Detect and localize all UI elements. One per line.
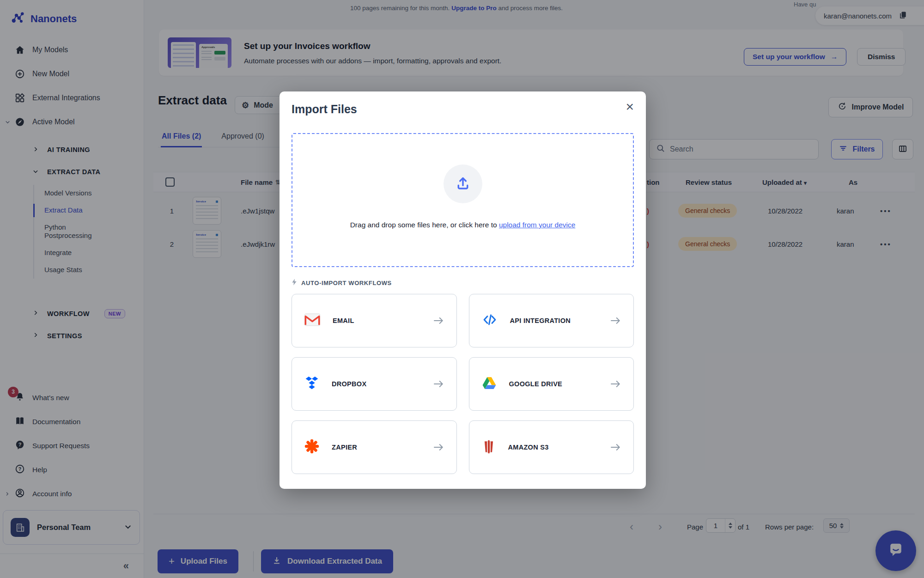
- dropzone-instruction: Drag and drop some files here, or click …: [350, 221, 497, 229]
- import-files-modal: Import Files × Drag and drop some files …: [280, 91, 646, 489]
- workflow-name: ZAPIER: [332, 444, 357, 451]
- arrow-right-icon: [609, 441, 621, 453]
- zapier-icon: [304, 438, 320, 456]
- code-brackets-icon: [481, 313, 498, 329]
- workflow-name: AMAZON S3: [508, 444, 549, 451]
- upload-from-device-link[interactable]: upload from your device: [499, 221, 575, 229]
- workflow-card-dropbox[interactable]: DROPBOX: [292, 357, 457, 411]
- close-icon[interactable]: ×: [626, 100, 634, 114]
- workflow-card-zapier[interactable]: ZAPIER: [292, 420, 457, 474]
- upload-circle: [444, 164, 482, 203]
- workflow-name: GOOGLE DRIVE: [509, 380, 563, 388]
- auto-import-text: AUTO-IMPORT WORKFLOWS: [301, 280, 392, 286]
- app-root: Nanonets My Models New Model External In…: [0, 0, 924, 578]
- workflow-grid: EMAIL API INTEGRATION DROPBOX GOOGLE DRI…: [292, 294, 634, 474]
- arrow-right-icon: [609, 378, 621, 390]
- workflow-name: API INTEGRATION: [510, 317, 571, 324]
- gmail-icon: [304, 313, 321, 328]
- workflow-name: EMAIL: [333, 317, 354, 324]
- workflow-card-google-drive[interactable]: GOOGLE DRIVE: [469, 357, 634, 411]
- amazon-s3-icon: [481, 438, 496, 456]
- upload-icon: [455, 175, 471, 193]
- dropbox-icon: [304, 375, 320, 393]
- arrow-right-icon: [432, 378, 444, 390]
- workflow-card-email[interactable]: EMAIL: [292, 294, 457, 347]
- workflow-name: DROPBOX: [332, 380, 366, 388]
- modal-title: Import Files: [292, 103, 357, 116]
- workflow-card-api-integration[interactable]: API INTEGRATION: [469, 294, 634, 347]
- arrow-right-icon: [432, 441, 444, 453]
- workflow-card-amazon-s3[interactable]: AMAZON S3: [469, 420, 634, 474]
- arrow-right-icon: [609, 315, 621, 327]
- lightning-icon: [292, 279, 297, 287]
- arrow-right-icon: [432, 315, 444, 327]
- auto-import-section-label: AUTO-IMPORT WORKFLOWS: [292, 279, 392, 287]
- dropzone-text: Drag and drop some files here, or click …: [292, 221, 633, 229]
- file-dropzone[interactable]: Drag and drop some files here, or click …: [292, 133, 634, 267]
- google-drive-icon: [481, 376, 497, 392]
